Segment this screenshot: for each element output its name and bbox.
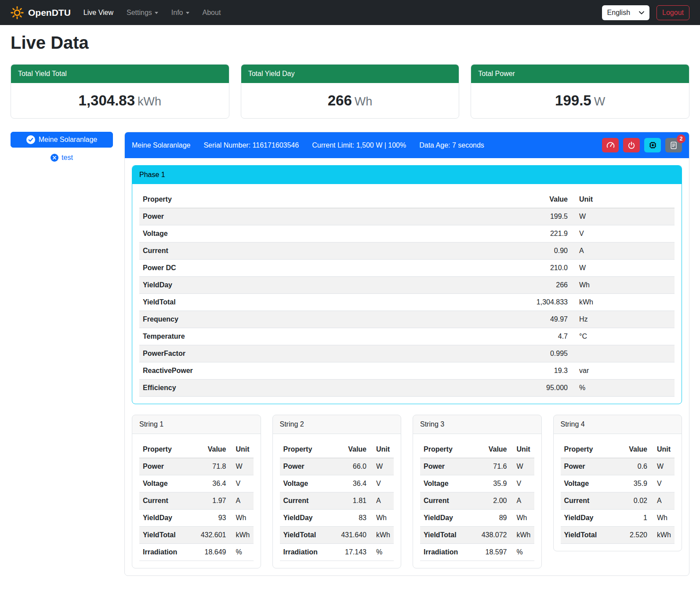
- table-row: Power DC 210.0 W: [139, 260, 675, 277]
- column-header-value: Value: [510, 191, 571, 208]
- value-cell: 0.995: [510, 345, 571, 362]
- table-row: YieldDay 93 Wh: [139, 510, 254, 527]
- summary-card-body: 266Wh: [241, 83, 459, 118]
- table-row: YieldDay 83 Wh: [280, 510, 394, 527]
- language-select[interactable]: English: [602, 5, 649, 20]
- inverter-item-label: Meine Solaranlage: [39, 136, 97, 144]
- phase-table: Property Value Unit Power: [139, 191, 675, 397]
- value-cell: 95.000: [510, 380, 571, 397]
- strings-row: String 1 Property Value Unit: [132, 415, 682, 568]
- property-cell: YieldDay: [561, 510, 616, 527]
- value-cell: 2.520: [616, 527, 651, 544]
- table-row: Temperature 4.7 °C: [139, 328, 675, 345]
- unit-cell: Wh: [370, 510, 394, 527]
- property-cell: Voltage: [139, 225, 510, 242]
- summary-card-total-yield-total: Total Yield Total 1,304.83kWh: [11, 64, 229, 119]
- journal-text-icon: [670, 141, 678, 149]
- property-cell: Power: [139, 458, 195, 475]
- unit-cell: %: [230, 544, 254, 561]
- brand-label: OpenDTU: [28, 7, 71, 18]
- value-cell: 93: [195, 510, 230, 527]
- summary-card-unit: W: [594, 95, 605, 108]
- language-value: English: [607, 9, 630, 17]
- property-cell: Current: [280, 492, 335, 510]
- event-log-button[interactable]: 2: [665, 138, 682, 152]
- table-row: Power 71.8 W: [139, 458, 254, 475]
- unit-cell: [571, 345, 675, 362]
- summary-card-unit: kWh: [138, 95, 161, 108]
- unit-cell: %: [370, 544, 394, 561]
- summary-card-body: 1,304.83kWh: [11, 83, 229, 118]
- summary-card-title: Total Yield Day: [241, 65, 459, 83]
- power-button[interactable]: [623, 138, 640, 152]
- unit-cell: W: [370, 458, 394, 475]
- property-cell: Power DC: [139, 260, 510, 277]
- property-cell: Power: [420, 458, 475, 475]
- column-header-unit: Unit: [651, 441, 675, 458]
- sun-icon: [11, 6, 24, 19]
- nav-item-about[interactable]: About: [196, 5, 228, 20]
- table-row: PowerFactor 0.995: [139, 345, 675, 362]
- value-cell: 66.0: [335, 458, 370, 475]
- table-row: ReactivePower 19.3 var: [139, 362, 675, 380]
- value-cell: 4.7: [510, 328, 571, 345]
- column-header-unit: Unit: [511, 441, 534, 458]
- logout-button[interactable]: Logout: [656, 5, 689, 20]
- property-cell: YieldDay: [139, 510, 195, 527]
- table-row: Irradiation 18.649 %: [139, 544, 254, 561]
- property-cell: Current: [139, 242, 510, 260]
- unit-cell: W: [651, 458, 675, 475]
- value-cell: 431.640: [335, 527, 370, 544]
- unit-cell: Hz: [571, 311, 675, 328]
- nav-item-settings[interactable]: Settings: [120, 5, 165, 20]
- unit-cell: kWh: [651, 527, 675, 544]
- value-cell: 210.0: [510, 260, 571, 277]
- value-cell: 83: [335, 510, 370, 527]
- brand-link[interactable]: OpenDTU: [11, 6, 71, 19]
- unit-cell: A: [651, 492, 675, 510]
- string-card-title: String 4: [554, 415, 682, 434]
- column-header-property: Property: [139, 191, 510, 208]
- table-row: Power 66.0 W: [280, 458, 394, 475]
- unit-cell: Wh: [651, 510, 675, 527]
- unit-cell: W: [230, 458, 254, 475]
- summary-card-body: 199.5W: [471, 83, 689, 118]
- nav-settings-label: Settings: [127, 9, 152, 17]
- property-cell: YieldDay: [139, 277, 510, 294]
- chevron-down-icon: [186, 12, 189, 14]
- column-header-property: Property: [561, 441, 616, 458]
- summary-card-title: Total Yield Total: [11, 65, 229, 83]
- value-cell: 35.9: [475, 475, 511, 492]
- page-container: Live Data Total Yield Total 1,304.83kWh …: [0, 33, 700, 588]
- value-cell: 1.81: [335, 492, 370, 510]
- page-title: Live Data: [11, 33, 689, 53]
- inverter-panel: Meine Solaranlage Serial Number: 1161716…: [124, 132, 689, 576]
- table-header-row: Property Value Unit: [280, 441, 394, 458]
- nav-item-info[interactable]: Info: [165, 5, 196, 20]
- inverter-item-meine-solaranlage[interactable]: Meine Solaranlage: [11, 132, 113, 148]
- value-cell: 18.597: [475, 544, 511, 561]
- device-info-button[interactable]: [644, 138, 661, 152]
- nav-item-live-view[interactable]: Live View: [77, 5, 120, 20]
- speedometer-icon: [606, 141, 615, 149]
- table-row: Frequency 49.97 Hz: [139, 311, 675, 328]
- unit-cell: Wh: [230, 510, 254, 527]
- unit-cell: V: [230, 475, 254, 492]
- inverter-item-test[interactable]: test: [11, 154, 113, 162]
- unit-cell: var: [571, 362, 675, 380]
- value-cell: 0.90: [510, 242, 571, 260]
- value-cell: 36.4: [195, 475, 230, 492]
- property-cell: YieldDay: [280, 510, 335, 527]
- unit-cell: V: [571, 225, 675, 242]
- property-cell: YieldTotal: [420, 527, 475, 544]
- property-cell: Irradiation: [280, 544, 335, 561]
- limit-settings-button[interactable]: [602, 138, 619, 152]
- property-cell: Efficiency: [139, 380, 510, 397]
- table-row: Voltage 35.9 V: [420, 475, 534, 492]
- table-row: Efficiency 95.000 %: [139, 380, 675, 397]
- table-header-row: Property Value Unit: [561, 441, 675, 458]
- value-cell: 17.143: [335, 544, 370, 561]
- chevron-down-icon: [155, 12, 158, 14]
- property-cell: Current: [561, 492, 616, 510]
- table-row: YieldDay 89 Wh: [420, 510, 534, 527]
